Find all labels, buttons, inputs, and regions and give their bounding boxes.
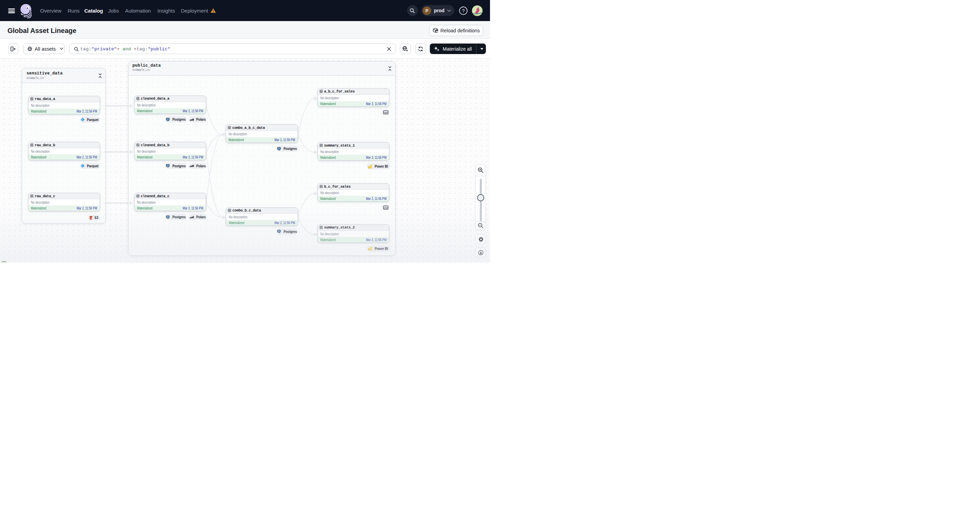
svg-text:csv: csv [384,207,388,209]
svg-text:?: ? [462,8,465,13]
svg-text:csv: csv [384,111,388,114]
